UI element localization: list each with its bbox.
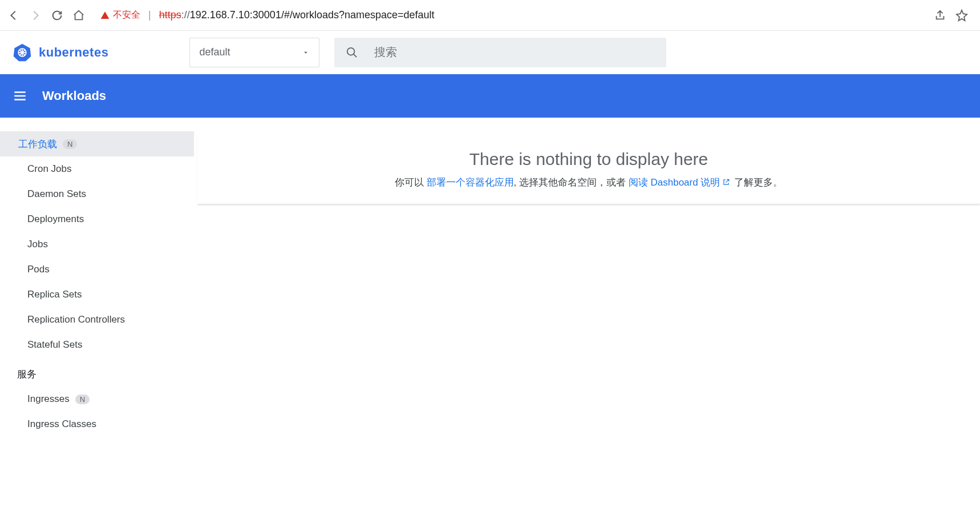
empty-state-card: There is nothing to display here 你可以 部署一…: [197, 134, 980, 204]
sidebar-item-ingresses[interactable]: Ingresses N: [10, 387, 184, 412]
share-icon[interactable]: [933, 9, 947, 22]
page-title: Workloads: [42, 88, 106, 103]
section-header: Workloads: [0, 74, 980, 118]
menu-toggle-icon[interactable]: [13, 88, 27, 103]
sidebar-group-services[interactable]: 服务: [10, 362, 184, 387]
empty-state-title: There is nothing to display here: [218, 150, 959, 169]
sidebar-item-label: Pods: [27, 264, 50, 275]
dashboard-docs-link[interactable]: 阅读 Dashboard 说明: [629, 177, 720, 188]
main-content: There is nothing to display here 你可以 部署一…: [194, 118, 980, 450]
sidebar-item-label: Jobs: [27, 239, 48, 250]
sidebar-item-statefulsets[interactable]: Stateful Sets: [10, 332, 184, 357]
deploy-app-link[interactable]: 部署一个容器化应用: [427, 177, 514, 188]
url-text: https://192.168.7.10:30001/#/workloads?n…: [159, 9, 435, 21]
sidebar-item-label: Cron Jobs: [27, 163, 71, 175]
sidebar-item-replicasets[interactable]: Replica Sets: [10, 282, 184, 307]
sidebar-item-pods[interactable]: Pods: [10, 257, 184, 282]
empty-state-subtitle: 你可以 部署一个容器化应用, 选择其他命名空间，或者 阅读 Dashboard …: [218, 176, 959, 189]
sidebar-item-label: Ingress Classes: [27, 419, 96, 430]
home-icon[interactable]: [72, 9, 86, 22]
kubernetes-logo-icon: [13, 43, 32, 62]
namespace-select[interactable]: default: [189, 38, 319, 67]
logo[interactable]: kubernetes: [13, 43, 108, 62]
sidebar: 工作负载 N Cron Jobs Daemon Sets Deployments…: [0, 118, 194, 450]
reload-icon[interactable]: [50, 9, 64, 22]
sidebar-item-label: Replica Sets: [27, 289, 82, 300]
address-bar[interactable]: 不安全 | https://192.168.7.10:30001/#/workl…: [94, 9, 925, 21]
search-icon: [346, 46, 358, 59]
external-link-icon: [722, 178, 730, 189]
forward-icon: [29, 9, 42, 22]
sidebar-item-ingressclasses[interactable]: Ingress Classes: [10, 412, 184, 437]
sidebar-item-label: Ingresses: [27, 393, 70, 405]
search-input[interactable]: [374, 46, 655, 59]
sidebar-group-label: 工作负载: [18, 138, 57, 151]
sidebar-item-label: Deployments: [27, 214, 84, 225]
sidebar-item-cronjobs[interactable]: Cron Jobs: [10, 156, 184, 182]
svg-line-7: [354, 54, 357, 57]
sidebar-group-workloads[interactable]: 工作负载 N: [0, 131, 194, 156]
browser-toolbar: 不安全 | https://192.168.7.10:30001/#/workl…: [0, 0, 980, 31]
app-topbar: kubernetes default: [0, 31, 980, 74]
sidebar-item-label: Daemon Sets: [27, 188, 86, 200]
sidebar-badge: N: [75, 395, 90, 404]
separator: |: [148, 9, 151, 21]
sidebar-item-label: Stateful Sets: [27, 339, 82, 351]
sidebar-item-jobs[interactable]: Jobs: [10, 232, 184, 257]
sidebar-item-label: Replication Controllers: [27, 314, 125, 325]
bookmark-star-icon[interactable]: [955, 9, 969, 22]
back-icon[interactable]: [7, 9, 21, 22]
warning-triangle-icon: [100, 11, 110, 20]
sidebar-item-daemonsets[interactable]: Daemon Sets: [10, 182, 184, 207]
sidebar-item-replicationcontrollers[interactable]: Replication Controllers: [10, 307, 184, 332]
logo-text: kubernetes: [39, 45, 108, 60]
sidebar-badge: N: [63, 139, 77, 149]
svg-point-6: [347, 47, 355, 55]
insecure-label: 不安全: [113, 9, 140, 21]
caret-down-icon: [302, 49, 310, 57]
search-box[interactable]: [334, 38, 666, 67]
insecure-badge[interactable]: 不安全: [100, 9, 140, 21]
namespace-selected-value: default: [199, 46, 230, 58]
sidebar-item-deployments[interactable]: Deployments: [10, 207, 184, 232]
